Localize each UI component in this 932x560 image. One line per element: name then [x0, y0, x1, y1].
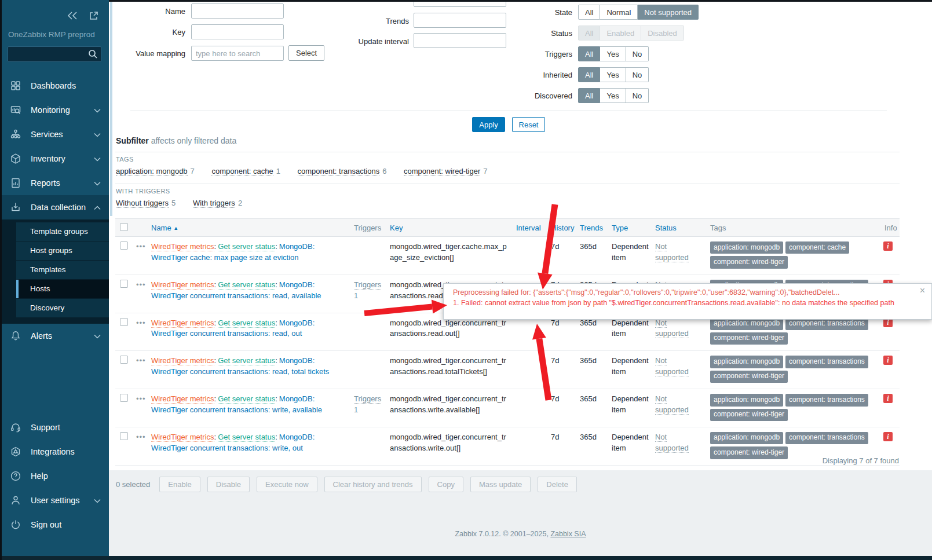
info-icon[interactable]: i	[883, 356, 893, 365]
row-context-menu-icon[interactable]: •••	[136, 356, 146, 365]
template-link[interactable]: WiredTiger metrics	[151, 356, 214, 365]
tag-badge[interactable]: application: mongodb	[710, 356, 783, 368]
master-item-link[interactable]: Get server status	[218, 394, 275, 404]
tag-badge[interactable]: component: cache	[785, 241, 849, 254]
discovered-all-button[interactable]: All	[578, 88, 600, 103]
info-icon[interactable]: i	[883, 394, 893, 403]
sidebar-item-hosts[interactable]: Hosts	[16, 280, 109, 298]
sidebar-item-monitoring[interactable]: Monitoring	[0, 98, 109, 122]
tag-badge[interactable]: component: transactions	[785, 394, 868, 406]
popout-sidebar-icon[interactable]	[89, 11, 98, 22]
sidebar-item-alerts[interactable]: Alerts	[0, 324, 109, 348]
column-header-name[interactable]: Name	[151, 224, 171, 232]
triggers-link[interactable]: Triggers	[354, 394, 381, 404]
tag-badge[interactable]: component: wired-tiger	[710, 409, 788, 421]
sidebar-item-services[interactable]: Services	[0, 122, 109, 147]
sidebar-item-integrations[interactable]: Integrations	[0, 440, 109, 464]
subfilter-tag-component-transactions[interactable]: component: transactions	[298, 167, 380, 176]
row-checkbox[interactable]	[120, 318, 128, 326]
triggers-yes-button[interactable]: Yes	[600, 46, 626, 61]
subfilter-with-triggers[interactable]: With triggers	[193, 199, 235, 208]
tag-badge[interactable]: application: mongodb	[710, 394, 783, 406]
state-all-button[interactable]: All	[578, 5, 600, 20]
reset-button[interactable]: Reset	[512, 117, 545, 132]
row-checkbox[interactable]	[120, 394, 128, 402]
master-item-link[interactable]: Get server status	[218, 280, 275, 290]
sidebar-item-help[interactable]: Help	[0, 464, 109, 488]
subfilter-without-triggers[interactable]: Without triggers	[116, 199, 169, 208]
inherited-all-button[interactable]: All	[578, 67, 600, 82]
subfilter-tag-component-wired-tiger[interactable]: component: wired-tiger	[404, 167, 480, 176]
state-normal-button[interactable]: Normal	[600, 5, 638, 20]
sidebar-item-templates[interactable]: Templates	[16, 261, 109, 279]
state-not-supported-button[interactable]: Not supported	[638, 5, 699, 20]
subfilter-tag-application-mongodb[interactable]: application: mongodb	[116, 167, 188, 176]
discovered-no-button[interactable]: No	[626, 88, 649, 103]
tag-badge[interactable]: application: mongodb	[710, 241, 783, 254]
template-link[interactable]: WiredTiger metrics	[151, 433, 214, 442]
sidebar-item-template-groups[interactable]: Template groups	[16, 222, 109, 241]
zabbix-sia-link[interactable]: Zabbix SIA	[550, 530, 586, 538]
sidebar-item-support[interactable]: Support	[0, 415, 109, 440]
info-icon[interactable]: i	[883, 241, 893, 251]
sidebar-item-host-groups[interactable]: Host groups	[16, 241, 109, 260]
sidebar-item-data-collection[interactable]: Data collection	[0, 195, 109, 219]
value-mapping-input[interactable]	[191, 46, 284, 61]
triggers-link[interactable]: Triggers	[354, 280, 381, 290]
key-filter-input[interactable]	[191, 24, 284, 39]
row-checkbox[interactable]	[120, 356, 128, 364]
tag-badge[interactable]: component: wired-tiger	[710, 371, 788, 383]
master-item-link[interactable]: Get server status	[218, 433, 275, 442]
template-link[interactable]: WiredTiger metrics	[151, 394, 214, 404]
inherited-no-button[interactable]: No	[626, 67, 649, 82]
status-link[interactable]: Not supported	[655, 319, 689, 339]
collapse-sidebar-icon[interactable]	[67, 10, 79, 22]
sidebar-item-sign-out[interactable]: Sign out	[0, 513, 109, 537]
row-context-menu-icon[interactable]: •••	[136, 280, 146, 289]
info-icon[interactable]: i	[883, 432, 893, 441]
template-link[interactable]: WiredTiger metrics	[151, 242, 214, 251]
tag-badge[interactable]: component: wired-tiger	[710, 332, 788, 345]
master-item-link[interactable]: Get server status	[218, 319, 275, 328]
master-item-link[interactable]: Get server status	[218, 356, 275, 365]
name-filter-input[interactable]	[191, 3, 284, 19]
status-link[interactable]: Not supported	[655, 356, 689, 376]
row-context-menu-icon[interactable]: •••	[136, 394, 146, 403]
column-header-key[interactable]: Key	[390, 224, 403, 232]
column-header-status[interactable]: Status	[655, 224, 677, 232]
sidebar-item-dashboards[interactable]: Dashboards	[0, 74, 109, 98]
value-mapping-select-button[interactable]: Select	[288, 45, 324, 61]
triggers-all-button[interactable]: All	[578, 46, 600, 61]
status-link[interactable]: Not supported	[655, 242, 689, 262]
column-header-type[interactable]: Type	[612, 224, 628, 232]
column-header-trends[interactable]: Trends	[580, 224, 603, 232]
row-context-menu-icon[interactable]: •••	[136, 319, 146, 327]
tag-badge[interactable]: component: transactions	[785, 356, 868, 368]
tag-badge[interactable]: application: mongodb	[710, 432, 783, 444]
subfilter-tag-component-cache[interactable]: component: cache	[211, 167, 273, 176]
apply-button[interactable]: Apply	[472, 117, 505, 132]
triggers-no-button[interactable]: No	[626, 46, 649, 61]
row-checkbox[interactable]	[120, 432, 128, 440]
tag-badge[interactable]: component: transactions	[785, 432, 868, 444]
discovered-yes-button[interactable]: Yes	[600, 88, 626, 103]
status-link[interactable]: Not supported	[655, 394, 689, 415]
sidebar-item-discovery[interactable]: Discovery	[16, 299, 109, 317]
sidebar-item-inventory[interactable]: Inventory	[0, 147, 109, 171]
sidebar-item-reports[interactable]: Reports	[0, 171, 109, 195]
inherited-yes-button[interactable]: Yes	[600, 67, 626, 82]
master-item-link[interactable]: Get server status	[218, 242, 275, 251]
column-header-interval[interactable]: Interval	[516, 224, 541, 232]
status-link[interactable]: Not supported	[655, 433, 689, 453]
select-all-checkbox[interactable]	[120, 223, 128, 231]
template-link[interactable]: WiredTiger metrics	[151, 280, 214, 290]
template-link[interactable]: WiredTiger metrics	[151, 319, 214, 328]
tag-badge[interactable]: component: wired-tiger	[710, 256, 788, 268]
row-checkbox[interactable]	[120, 280, 128, 288]
row-context-menu-icon[interactable]: •••	[136, 433, 146, 441]
row-context-menu-icon[interactable]: •••	[136, 242, 146, 251]
sidebar-item-user-settings[interactable]: User settings	[0, 488, 109, 513]
row-checkbox[interactable]	[120, 241, 128, 250]
close-icon[interactable]: ×	[920, 286, 925, 295]
column-header-history[interactable]: History	[551, 224, 574, 232]
